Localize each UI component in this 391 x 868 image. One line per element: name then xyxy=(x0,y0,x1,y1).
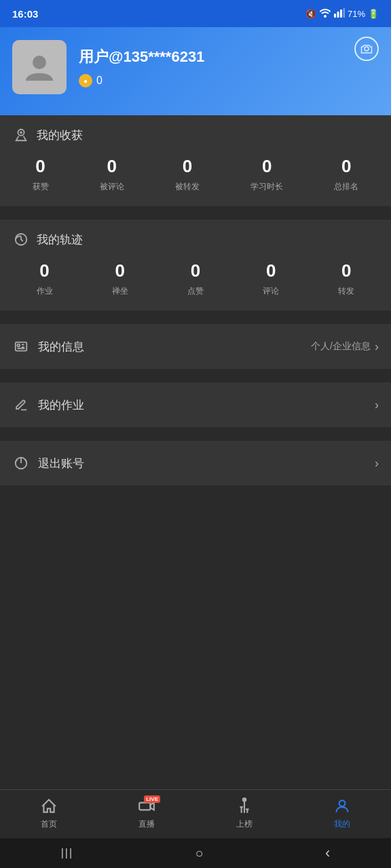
svg-rect-2 xyxy=(337,12,339,18)
status-icons: 🔇 71% 🔋 xyxy=(305,8,379,20)
svg-point-5 xyxy=(33,56,46,69)
logout-right: › xyxy=(375,456,379,471)
avatar[interactable] xyxy=(12,40,67,94)
homework-icon xyxy=(12,396,30,414)
my-info-row[interactable]: 我的信息 个人/企业信息 › xyxy=(0,324,391,369)
stat-study-time-label: 学习时长 xyxy=(250,181,283,193)
profile-header: 用户@135****6231 ● 0 xyxy=(0,27,391,115)
svg-point-6 xyxy=(365,47,369,51)
mute-icon: 🔇 xyxy=(305,9,316,19)
svg-rect-9 xyxy=(16,342,27,351)
stat-meditation-label: 禅坐 xyxy=(112,285,128,297)
android-nav: ||| ○ ‹ xyxy=(0,838,391,868)
stat-likes-label: 获赞 xyxy=(33,181,49,193)
nav-rankings-label: 上榜 xyxy=(236,818,253,830)
nav-home-label: 首页 xyxy=(41,818,57,830)
stat-comments-received-value: 0 xyxy=(107,156,117,177)
stat-commented-value: 0 xyxy=(266,260,276,281)
stat-ranking-value: 0 xyxy=(341,156,351,177)
my-homework-right: › xyxy=(375,398,379,412)
stat-meditation-value: 0 xyxy=(115,260,125,281)
my-info-chevron: › xyxy=(375,340,379,354)
my-gains-header: 我的收获 xyxy=(0,115,391,151)
stat-homework: 0 作业 xyxy=(37,260,53,297)
svg-rect-3 xyxy=(340,9,342,18)
stat-comments-received: 0 被评论 xyxy=(100,156,124,193)
svg-point-13 xyxy=(243,798,246,801)
logout-chevron: › xyxy=(375,456,379,471)
status-bar: 16:03 🔇 71% 🔋 xyxy=(0,0,391,27)
stat-likes: 0 获赞 xyxy=(33,156,49,193)
my-info-left: 我的信息 xyxy=(12,338,84,355)
info-icon xyxy=(12,338,30,355)
my-info-label: 我的信息 xyxy=(38,339,84,355)
my-info-right: 个人/企业信息 › xyxy=(311,340,379,354)
my-gains-section: 我的收获 0 获赞 0 被评论 0 被转发 0 学习时长 0 总排名 xyxy=(0,115,391,206)
my-homework-label: 我的作业 xyxy=(38,397,84,413)
gains-stats-row: 0 获赞 0 被评论 0 被转发 0 学习时长 0 总排名 xyxy=(0,151,391,206)
logout-section: 退出账号 › xyxy=(0,441,391,486)
stat-liked: 0 点赞 xyxy=(187,260,204,297)
stat-forwards-received: 0 被转发 xyxy=(175,156,200,193)
signal-icon xyxy=(334,8,345,20)
battery-icon: 🔋 xyxy=(368,9,379,19)
stat-study-time-value: 0 xyxy=(262,156,272,177)
battery-text: 71% xyxy=(348,9,365,19)
nav-mine[interactable]: 我的 xyxy=(318,797,366,830)
stat-commented: 0 评论 xyxy=(263,260,279,297)
stat-likes-value: 0 xyxy=(35,156,45,177)
my-info-section: 我的信息 个人/企业信息 › xyxy=(0,324,391,369)
my-homework-left: 我的作业 xyxy=(12,396,84,414)
coin-icon: ● xyxy=(79,74,92,87)
page-content: 我的收获 0 获赞 0 被评论 0 被转发 0 学习时长 0 总排名 xyxy=(0,115,391,574)
android-back[interactable]: ‹ xyxy=(325,844,330,862)
stat-meditation: 0 禅坐 xyxy=(112,260,128,297)
stat-comments-received-label: 被评论 xyxy=(100,181,124,193)
android-home[interactable]: ○ xyxy=(196,846,204,861)
my-homework-chevron: › xyxy=(375,398,379,412)
user-info: 用户@135****6231 ● 0 xyxy=(79,47,379,87)
stat-study-time: 0 学习时长 xyxy=(250,156,283,193)
my-track-title: 我的轨迹 xyxy=(37,232,83,248)
stat-homework-label: 作业 xyxy=(37,285,53,297)
svg-point-10 xyxy=(18,344,20,347)
stat-homework-value: 0 xyxy=(39,260,49,281)
svg-point-0 xyxy=(324,15,327,18)
track-stats-row: 0 作业 0 禅坐 0 点赞 0 评论 0 转发 xyxy=(0,255,391,311)
stat-forwarded-label: 转发 xyxy=(338,285,354,297)
live-icon: LIVE xyxy=(137,797,156,816)
logout-label: 退出账号 xyxy=(38,456,84,471)
stat-ranking-label: 总排名 xyxy=(334,181,358,193)
logout-row[interactable]: 退出账号 › xyxy=(0,441,391,486)
username: 用户@135****6231 xyxy=(79,47,379,67)
svg-rect-1 xyxy=(334,14,336,18)
gains-icon xyxy=(12,126,30,144)
stat-forwarded-value: 0 xyxy=(341,260,351,281)
coins-display: ● 0 xyxy=(79,74,379,87)
rankings-icon xyxy=(235,797,254,816)
my-homework-row[interactable]: 我的作业 › xyxy=(0,382,391,427)
my-track-section: 我的轨迹 0 作业 0 禅坐 0 点赞 0 评论 0 转发 xyxy=(0,220,391,311)
mine-icon xyxy=(333,797,352,816)
coin-value: 0 xyxy=(96,75,103,87)
nav-home[interactable]: 首页 xyxy=(25,797,73,830)
stat-liked-label: 点赞 xyxy=(187,285,204,297)
my-info-sub: 个人/企业信息 xyxy=(311,340,371,353)
svg-rect-12 xyxy=(139,803,150,810)
wifi-icon xyxy=(319,8,331,20)
nav-live-label: 直播 xyxy=(138,818,155,830)
logout-icon xyxy=(12,454,30,472)
nav-mine-label: 我的 xyxy=(334,818,350,830)
camera-icon[interactable] xyxy=(354,37,379,61)
stat-forwarded: 0 转发 xyxy=(338,260,354,297)
svg-point-14 xyxy=(339,800,346,806)
logout-left: 退出账号 xyxy=(12,454,84,472)
my-gains-title: 我的收获 xyxy=(37,127,83,143)
stat-forwards-received-value: 0 xyxy=(183,156,192,177)
nav-live[interactable]: LIVE 直播 xyxy=(123,797,170,830)
stat-commented-label: 评论 xyxy=(263,285,279,297)
svg-rect-4 xyxy=(343,8,345,18)
nav-rankings[interactable]: 上榜 xyxy=(221,797,268,830)
android-recents[interactable]: ||| xyxy=(61,847,73,859)
my-homework-section: 我的作业 › xyxy=(0,382,391,427)
